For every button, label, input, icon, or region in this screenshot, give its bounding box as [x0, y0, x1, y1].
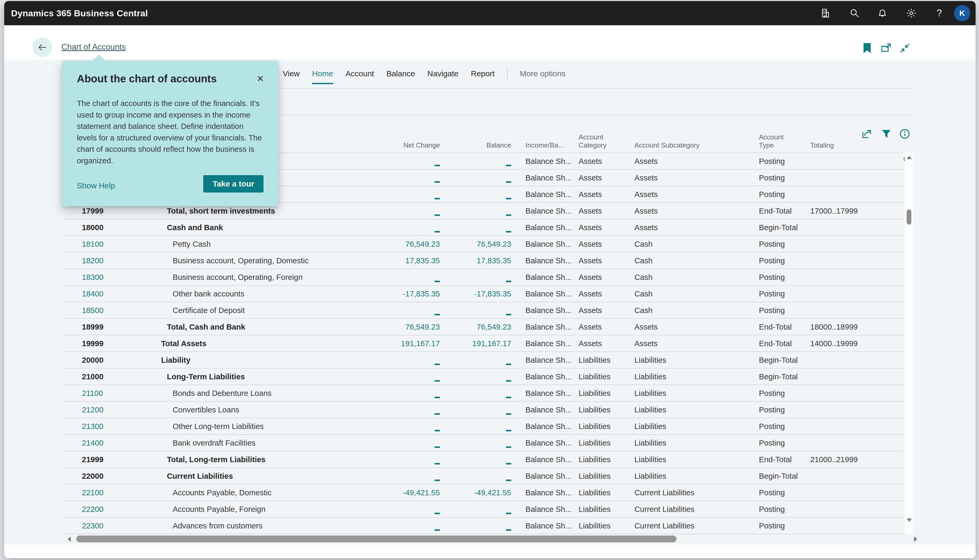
account-subcategory-value: Cash	[635, 236, 653, 252]
account-type-value: Posting	[759, 402, 785, 418]
table-row[interactable]: 18300Business account, Operating, Foreig…	[63, 269, 904, 286]
net-change-value	[366, 452, 440, 467]
account-no[interactable]: 21200	[82, 402, 129, 418]
account-no[interactable]: 18100	[82, 236, 129, 252]
income-balance-value: Balance Sh...	[525, 302, 586, 318]
income-balance-value: Balance Sh...	[525, 385, 586, 401]
environment-icon[interactable]	[819, 7, 832, 20]
account-no[interactable]: 18200	[82, 253, 129, 268]
table-row[interactable]: 20000LiabilityBalance Sh...LiabilitiesLi…	[63, 352, 904, 368]
net-change-value	[366, 219, 440, 235]
income-balance-value: Balance Sh...	[525, 368, 586, 385]
account-type-value: Posting	[759, 385, 785, 401]
account-subcategory-value: Assets	[635, 170, 658, 186]
balance-value	[437, 418, 511, 434]
balance-value: 76,549.23	[437, 236, 511, 252]
table-row[interactable]: 21200Convertibles LoansBalance Sh...Liab…	[63, 402, 904, 418]
table-row[interactable]: 22200Accounts Payable, ForeignBalance Sh…	[63, 501, 904, 518]
account-name: Other Long-term Liabilities	[173, 418, 264, 434]
table-row[interactable]: 18200Business account, Operating, Domest…	[63, 253, 904, 269]
breadcrumb[interactable]: Chart of Accounts	[61, 42, 126, 52]
table-row[interactable]: 18400Other bank accounts-17,835.35-17,83…	[63, 286, 904, 302]
tab-balance[interactable]: Balance	[386, 60, 415, 88]
balance-value: -17,835.35	[437, 286, 511, 302]
account-category-value: Liabilities	[579, 368, 610, 385]
balance-value	[437, 518, 511, 534]
account-no[interactable]: 22200	[82, 501, 129, 517]
table-row[interactable]: 18999Total, Cash and Bank76,549.2376,549…	[63, 319, 904, 335]
tab-navigate[interactable]: Navigate	[427, 60, 458, 88]
tab-view[interactable]: View	[283, 60, 299, 88]
scroll-up-arrow[interactable]	[907, 156, 912, 159]
column-header-income_balance[interactable]: Income/Ba...	[525, 141, 586, 149]
net-change-value	[366, 368, 440, 385]
account-category-value: Liabilities	[579, 385, 610, 401]
account-subcategory-value: Current Liabilities	[635, 518, 695, 534]
account-no[interactable]: 18500	[82, 302, 129, 318]
empty-value-dash	[506, 397, 511, 398]
settings-gear-icon[interactable]	[905, 7, 918, 20]
table-row[interactable]: 22000Current LiabilitiesBalance Sh...Lia…	[63, 468, 904, 485]
table-row[interactable]: 21400Bank overdraft FacilitiesBalance Sh…	[63, 435, 904, 452]
table-row[interactable]: 21000Long-Term LiabilitiesBalance Sh...L…	[63, 368, 904, 385]
tab-report[interactable]: Report	[471, 60, 495, 88]
avatar[interactable]: K	[954, 5, 970, 21]
column-header-account_category[interactable]: Account Category	[579, 133, 613, 149]
table-row[interactable]: 22300Advances from customersBalance Sh..…	[63, 518, 904, 534]
account-no[interactable]: 22100	[82, 485, 129, 500]
column-header-balance[interactable]: Balance	[437, 141, 511, 149]
account-name: Liability	[161, 352, 190, 368]
table-row[interactable]: 19999Total Assets191,167.17191,167.17Bal…	[63, 335, 904, 352]
table-row[interactable]: 21999Total, Long-term LiabilitiesBalance…	[63, 452, 904, 468]
scroll-down-arrow[interactable]	[907, 518, 912, 522]
account-no[interactable]: 18400	[82, 286, 129, 302]
collapse-icon[interactable]	[899, 42, 911, 55]
help-icon[interactable]: ?	[933, 7, 946, 20]
empty-value-dash	[506, 447, 511, 448]
income-balance-value: Balance Sh...	[525, 186, 586, 202]
empty-value-dash	[506, 463, 511, 465]
back-button[interactable]	[33, 38, 52, 57]
notifications-bell-icon[interactable]	[876, 7, 889, 20]
account-no[interactable]: 21400	[82, 435, 129, 451]
horizontal-scrollbar-thumb[interactable]	[76, 535, 677, 542]
table-row[interactable]: 18100Petty Cash76,549.2376,549.23Balance…	[63, 236, 904, 253]
open-in-new-window-icon[interactable]	[880, 42, 892, 55]
account-no[interactable]: 22300	[82, 518, 129, 534]
account-type-value: End-Total	[759, 203, 792, 219]
bookmark-icon[interactable]	[861, 42, 874, 55]
account-no[interactable]: 18300	[82, 269, 129, 285]
show-help-link[interactable]: Show Help	[77, 181, 115, 190]
vertical-scrollbar-thumb[interactable]	[907, 209, 911, 225]
more-options-button[interactable]: More options	[520, 69, 565, 78]
empty-value-dash	[506, 480, 511, 481]
search-icon[interactable]	[848, 7, 861, 20]
table-row[interactable]: 21300Other Long-term LiabilitiesBalance …	[63, 418, 904, 435]
net-change-value	[366, 203, 440, 219]
vertical-scrollbar[interactable]	[905, 153, 913, 534]
income-balance-value: Balance Sh...	[525, 269, 586, 285]
table-row[interactable]: 18000Cash and BankBalance Sh...AssetsAss…	[63, 219, 904, 236]
column-header-totaling[interactable]: Totaling	[810, 141, 900, 149]
account-no[interactable]: 21300	[82, 418, 129, 434]
column-header-account_type[interactable]: Account Type	[759, 133, 791, 149]
column-header-account_subcategory[interactable]: Account Subcategory	[635, 141, 748, 149]
balance-value	[437, 170, 511, 186]
scroll-left-arrow[interactable]	[67, 537, 71, 542]
tab-home[interactable]: Home	[312, 60, 333, 88]
account-no: 21000	[82, 368, 129, 385]
tab-account[interactable]: Account	[346, 60, 374, 88]
scroll-right-arrow[interactable]	[914, 537, 917, 542]
account-category-value: Liabilities	[579, 352, 610, 368]
account-subcategory-value: Assets	[635, 219, 658, 235]
account-name: Business account, Operating, Domestic	[173, 253, 309, 268]
take-a-tour-button[interactable]: Take a tour	[203, 175, 264, 193]
table-row[interactable]: 21100Bonds and Debenture LoansBalance Sh…	[63, 385, 904, 402]
empty-value-dash	[506, 165, 511, 166]
table-row[interactable]: 22100Accounts Payable, Domestic-49,421.5…	[63, 485, 904, 501]
column-header-net_change[interactable]: Net Change	[366, 141, 440, 149]
income-balance-value: Balance Sh...	[525, 219, 586, 235]
account-no[interactable]: 21100	[82, 385, 129, 401]
close-icon[interactable]: ✕	[254, 72, 267, 85]
table-row[interactable]: 18500Certificate of DepositBalance Sh...…	[63, 302, 904, 319]
